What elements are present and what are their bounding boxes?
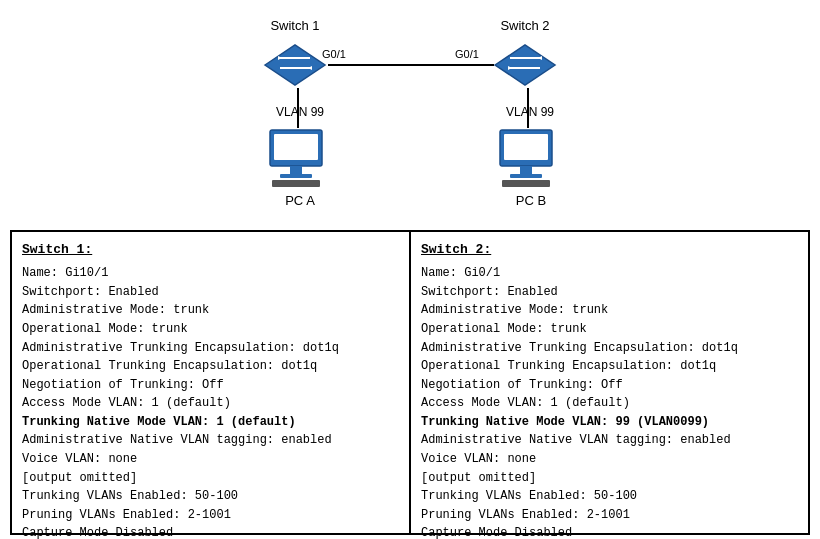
svg-marker-0	[265, 45, 325, 85]
svg-marker-5	[495, 45, 555, 85]
pc-a-label: PC A	[275, 193, 325, 208]
svg-rect-18	[510, 174, 542, 178]
switch1-line: Voice VLAN: none	[22, 450, 399, 469]
switch2-panel-title: Switch 2:	[421, 240, 798, 260]
pc-a-icon	[262, 128, 330, 191]
svg-rect-16	[504, 134, 548, 160]
vlan-label-right: VLAN 99	[490, 105, 570, 119]
switch2-icon	[490, 40, 560, 90]
switch2-line: Trunking VLANs Enabled: 50-100	[421, 487, 798, 506]
switch1-line: Administrative Trunking Encapsulation: d…	[22, 339, 399, 358]
switch1-line: Operational Mode: trunk	[22, 320, 399, 339]
switch2-label: Switch 2	[485, 18, 565, 33]
switch2-line: Administrative Mode: trunk	[421, 301, 798, 320]
svg-rect-14	[272, 180, 320, 187]
switch1-panel-title: Switch 1:	[22, 240, 399, 260]
diagram-section: Switch 1 Switch 2 G0/1	[0, 0, 820, 230]
switch2-line: Pruning VLANs Enabled: 2-1001	[421, 506, 798, 525]
vlan-label-left: VLAN 99	[260, 105, 340, 119]
switch2-line: Access Mode VLAN: 1 (default)	[421, 394, 798, 413]
trunk-link	[328, 64, 494, 66]
link-label-right: G0/1	[455, 48, 479, 60]
svg-rect-17	[520, 166, 532, 174]
switch1-line: Negotiation of Trunking: Off	[22, 376, 399, 395]
switch1-line: Switchport: Enabled	[22, 283, 399, 302]
switch1-line: Name: Gi10/1	[22, 264, 399, 283]
svg-rect-13	[280, 174, 312, 178]
switch1-line: Trunking VLANs Enabled: 50-100	[22, 487, 399, 506]
switch2-line: [output omitted]	[421, 469, 798, 488]
switch2-panel: Switch 2: Name: Gi0/1Switchport: Enabled…	[409, 232, 808, 533]
switch1-line: Pruning VLANs Enabled: 2-1001	[22, 506, 399, 525]
switch1-line: Administrative Mode: trunk	[22, 301, 399, 320]
switch1-lines: Name: Gi10/1Switchport: EnabledAdministr…	[22, 264, 399, 539]
link-label-left: G0/1	[322, 48, 346, 60]
switch2-line: Capture Mode Disabled	[421, 524, 798, 539]
svg-rect-12	[290, 166, 302, 174]
switch1-line: Trunking Native Mode VLAN: 1 (default)	[22, 413, 399, 432]
switch1-icon	[260, 40, 330, 90]
info-section: Switch 1: Name: Gi10/1Switchport: Enable…	[10, 230, 810, 535]
switch2-line: Voice VLAN: none	[421, 450, 798, 469]
switch1-line: Access Mode VLAN: 1 (default)	[22, 394, 399, 413]
switch1-line: Capture Mode Disabled	[22, 524, 399, 539]
switch2-line: Administrative Native VLAN tagging: enab…	[421, 431, 798, 450]
pc-b-icon	[492, 128, 560, 191]
switch1-panel: Switch 1: Name: Gi10/1Switchport: Enable…	[12, 232, 409, 533]
switch2-line: Trunking Native Mode VLAN: 99 (VLAN0099)	[421, 413, 798, 432]
switch2-line: Switchport: Enabled	[421, 283, 798, 302]
switch1-line: [output omitted]	[22, 469, 399, 488]
switch2-line: Name: Gi0/1	[421, 264, 798, 283]
switch2-line: Operational Mode: trunk	[421, 320, 798, 339]
svg-rect-19	[502, 180, 550, 187]
switch1-line: Operational Trunking Encapsulation: dot1…	[22, 357, 399, 376]
switch2-line: Administrative Trunking Encapsulation: d…	[421, 339, 798, 358]
switch1-label: Switch 1	[255, 18, 335, 33]
svg-rect-11	[274, 134, 318, 160]
switch2-lines: Name: Gi0/1Switchport: EnabledAdministra…	[421, 264, 798, 539]
switch2-line: Negotiation of Trunking: Off	[421, 376, 798, 395]
switch2-line: Operational Trunking Encapsulation: dot1…	[421, 357, 798, 376]
switch1-line: Administrative Native VLAN tagging: enab…	[22, 431, 399, 450]
pc-b-label: PC B	[506, 193, 556, 208]
network-diagram: Switch 1 Switch 2 G0/1	[160, 10, 660, 220]
